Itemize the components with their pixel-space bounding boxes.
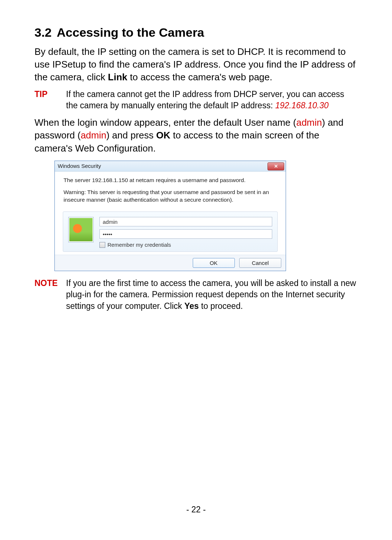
tip-block: TIP If the camera cannot get the IP addr… (34, 89, 358, 111)
note-text: If you are the first time to access the … (66, 278, 358, 311)
dialog-message-2: Warning: This server is requesting that … (64, 189, 277, 204)
note-block: NOTE If you are the first time to access… (34, 278, 358, 311)
dialog-screenshot: Windows Security ✕ The server 192.168.1.… (34, 161, 358, 271)
paragraph-intro: By default, the IP setting on the camera… (34, 45, 358, 84)
text: to proceed. (199, 301, 243, 311)
dialog-footer: OK Cancel (55, 255, 286, 271)
close-icon[interactable]: ✕ (268, 162, 284, 170)
page-number: - 22 - (0, 505, 392, 515)
section-title: Accessing to the Camera (57, 25, 204, 39)
password-field[interactable]: ••••• (99, 229, 272, 239)
text: When the login window appears, enter the… (34, 117, 296, 128)
username-field[interactable]: admin (99, 217, 272, 226)
cancel-button[interactable]: Cancel (239, 258, 281, 268)
tip-text: If the camera cannot get the IP address … (66, 89, 358, 111)
password-value: ••••• (103, 231, 112, 237)
password-default: admin (81, 130, 106, 141)
checkbox-icon[interactable] (99, 242, 105, 248)
remember-credentials[interactable]: Remember my credentials (99, 242, 272, 248)
credentials-panel: admin ••••• Remember my credentials (63, 211, 278, 252)
section-number: 3.2 (34, 25, 52, 39)
yes-word: Yes (184, 301, 199, 311)
ok-button[interactable]: OK (193, 258, 235, 268)
paragraph-login: When the login window appears, enter the… (34, 116, 358, 154)
dialog-titlebar: Windows Security ✕ (55, 161, 286, 172)
dialog-message-1: The server 192.168.1.150 at netcam requi… (64, 177, 277, 184)
windows-security-dialog: Windows Security ✕ The server 192.168.1.… (54, 161, 286, 271)
tip-label: TIP (34, 89, 54, 99)
username-value: admin (103, 219, 118, 225)
note-label: NOTE (34, 278, 54, 288)
text: ) and press (106, 130, 156, 141)
link-word: Link (108, 72, 127, 82)
text: to access the camera's web page. (127, 72, 273, 82)
user-avatar (68, 217, 94, 242)
default-ip: 192.168.10.30 (275, 101, 328, 110)
remember-label: Remember my credentials (107, 242, 171, 248)
dialog-body: The server 192.168.1.150 at netcam requi… (55, 172, 286, 207)
ok-word: OK (156, 130, 170, 141)
username-default: admin (296, 117, 322, 128)
dialog-title-text: Windows Security (58, 163, 101, 169)
section-heading: 3.2Accessing to the Camera (34, 25, 358, 40)
